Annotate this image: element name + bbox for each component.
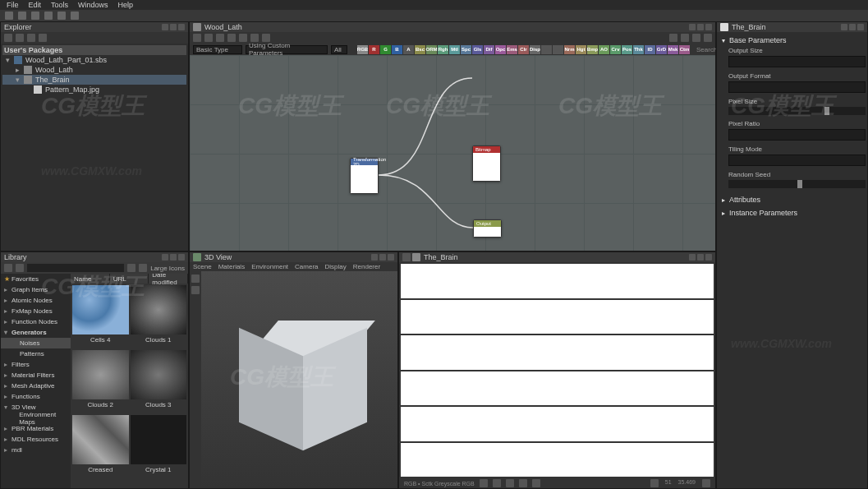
library-category[interactable]: ▸MDL Resources [1,434,71,445]
menu-help[interactable]: Help [118,1,134,9]
library-search-input[interactable] [27,264,124,272]
channel-chip[interactable]: ORM [426,45,437,54]
close-icon[interactable] [705,254,712,261]
channel-chip[interactable]: Gls [472,45,483,54]
tree-item[interactable]: Pattern_Map.jpg [2,85,186,95]
back-icon[interactable] [4,264,12,272]
channel-chip[interactable]: Dif [484,45,494,54]
col-url[interactable]: URL [110,274,149,284]
channel-chip[interactable]: Ems [507,45,517,54]
library-category[interactable]: Environment Maps [1,413,71,423]
saveall-icon[interactable] [44,12,53,20]
channel-chip[interactable] [553,45,563,54]
sort-icon[interactable] [139,264,147,272]
menu-scene[interactable]: Scene [193,263,212,270]
float-icon[interactable] [162,24,168,30]
view3d-viewport[interactable] [201,271,397,488]
channel-chip[interactable]: Pos [622,45,632,54]
graph-node[interactable]: Output [473,219,502,238]
channel-chip[interactable]: R [369,45,379,54]
float-icon[interactable] [689,254,696,261]
opts-icon[interactable] [262,34,270,42]
menu-file[interactable]: File [7,1,19,9]
s5-icon[interactable] [532,479,540,487]
channel-chip[interactable]: Rgh [438,45,448,54]
params-select[interactable]: Using Custom Parameters [246,45,328,54]
snap-icon[interactable] [204,34,213,42]
maximize-icon[interactable] [170,254,177,261]
tree-section[interactable]: User's Packages [2,45,186,55]
float-icon[interactable] [371,254,378,261]
close-icon[interactable] [178,24,185,30]
channel-chip[interactable]: Hgt [576,45,586,54]
align-icon[interactable] [216,34,224,42]
graph-node[interactable]: Bitmap [472,145,501,182]
close-tab-icon[interactable] [402,253,411,261]
library-category[interactable]: ▾Generators [1,327,71,338]
gear-icon[interactable] [704,34,712,42]
library-category[interactable]: ▸Atomic Nodes [1,295,71,306]
channel-chip[interactable]: Opc [495,45,506,54]
prop-section[interactable]: ▸Instance Parameters [719,206,866,219]
filter-icon[interactable] [127,264,135,272]
basic-type-select[interactable]: Basic Type [193,45,242,54]
tree-item[interactable]: ▾The_Brain [2,75,186,85]
float-icon[interactable] [162,254,168,261]
prop-input[interactable] [728,129,866,141]
forward-icon[interactable] [16,264,24,272]
link-icon[interactable] [227,34,236,42]
s2-icon[interactable] [493,479,501,487]
close-icon[interactable] [388,254,394,261]
channel-chip[interactable]: Nrm [564,45,575,54]
channel-chip[interactable]: A [403,45,414,54]
new-icon[interactable] [5,12,13,20]
library-view-mode[interactable]: Large Icons [150,265,185,272]
channel-chip[interactable]: Disp [530,45,540,54]
zoom-icon[interactable] [239,34,247,42]
channel-chip[interactable]: RGB [357,45,368,54]
library-category[interactable]: ▸Function Nodes [1,316,71,327]
library-thumb[interactable]: Clouds 2 [72,350,129,413]
library-thumb[interactable]: Clouds 1 [131,285,187,348]
prop-input[interactable] [728,155,866,166]
play-icon[interactable] [16,34,24,42]
library-category[interactable]: ★Favorites [1,274,71,284]
tree-item[interactable]: ▸Wood_Lath [2,65,186,75]
prop-slider[interactable] [728,180,866,188]
library-category[interactable]: Patterns [1,348,71,359]
menu-tools[interactable]: Tools [51,1,68,9]
s3-icon[interactable] [506,479,514,487]
channel-chip[interactable] [541,45,552,54]
prop-input[interactable] [728,56,866,67]
library-thumb[interactable]: Clouds 3 [131,350,187,413]
menu-edit[interactable]: Edit [29,1,42,9]
channel-chip[interactable]: Spc [461,45,471,54]
library-category[interactable]: ▸Functions [1,391,71,402]
menu-display[interactable]: Display [325,263,347,270]
tree-item[interactable]: ▾Wood_Lath_Part_01.sbs [2,55,186,65]
channel-chip[interactable]: Clr [518,45,529,54]
channel-chip[interactable]: Bmp [587,45,598,54]
library-thumb[interactable]: Crystal 1 [131,415,187,478]
menu-materials[interactable]: Materials [218,263,245,270]
library-category[interactable]: ▸Mesh Adaptive [1,381,71,391]
prop-section[interactable]: ▾Base Parameters [719,34,866,47]
library-category[interactable]: ▸FxMap Nodes [1,306,71,316]
redo-icon[interactable] [71,12,79,20]
library-category[interactable]: ▸mdl [1,445,71,455]
s6-icon[interactable] [650,479,659,487]
info-icon[interactable] [681,34,689,42]
channel-chip[interactable]: Ctm [679,45,690,54]
graph-node[interactable]: Transformation 2D [350,158,379,194]
channel-chip[interactable]: Mtl [449,45,460,54]
float-icon[interactable] [689,24,696,30]
col-date[interactable]: Date modified [149,274,188,284]
channel-chip[interactable]: Thk [633,45,644,54]
move-tool-icon[interactable] [191,286,200,294]
s1-icon[interactable] [480,479,488,487]
refresh-icon[interactable] [27,34,35,42]
maximize-icon[interactable] [170,24,177,30]
s4-icon[interactable] [519,479,527,487]
close-icon[interactable] [857,24,864,30]
s7-icon[interactable] [702,479,710,487]
